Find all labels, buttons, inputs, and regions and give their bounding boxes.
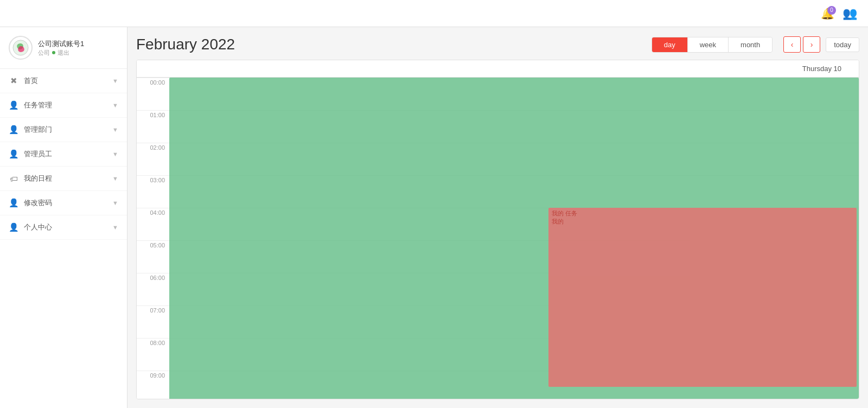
sidebar: 公司测试账号1 公司 退出 ✖ 首页 ▼ 👤 任务管理 ▼ 👤 管	[0, 27, 127, 408]
time-slot-9: 09:00	[137, 371, 169, 399]
task-icon: 👤	[9, 100, 18, 110]
menu-label-profile: 个人中心	[24, 222, 107, 232]
view-day-button[interactable]: day	[652, 37, 688, 52]
home-icon: ✖	[9, 76, 18, 86]
company-name[interactable]: 公司测试账号1	[38, 39, 84, 49]
time-slot-5: 05:00	[137, 240, 169, 273]
events-column: 我的 任务 我的 qingruanit.net 0532-85025005	[169, 78, 859, 399]
time-slot-6: 06:00	[137, 273, 169, 305]
time-slot-2: 02:00	[137, 143, 169, 175]
view-month-button[interactable]: month	[729, 37, 772, 52]
chevron-icon: ▼	[112, 78, 118, 84]
view-toggle-group: day week month	[652, 37, 773, 53]
calendar-header: February 2022 day week month ‹ › today	[136, 36, 859, 53]
red-event-label: 我的 任务	[552, 209, 853, 218]
notification-bell[interactable]: 🔔 0	[821, 7, 834, 20]
sidebar-item-staff[interactable]: 👤 管理员工 ▼	[0, 142, 127, 167]
sidebar-item-profile[interactable]: 👤 个人中心 ▼	[0, 215, 127, 240]
chevron-icon: ▼	[112, 200, 118, 206]
password-icon: 👤	[9, 198, 18, 208]
topbar: 🔔 0 👥	[0, 0, 868, 27]
sidebar-item-password[interactable]: 👤 修改密码 ▼	[0, 191, 127, 215]
chevron-icon: ▼	[112, 224, 118, 231]
logo-circle	[9, 36, 33, 60]
next-button[interactable]: ›	[803, 36, 820, 53]
content-area: February 2022 day week month ‹ › today T…	[127, 27, 868, 408]
notification-badge: 0	[827, 6, 836, 15]
menu-label-task: 任务管理	[24, 100, 107, 110]
menu-label-password: 修改密码	[24, 198, 107, 208]
today-button[interactable]: today	[826, 37, 859, 52]
chevron-icon: ▼	[112, 126, 118, 133]
topbar-icons: 🔔 0 👥	[821, 7, 857, 21]
time-slot-3: 03:00	[137, 175, 169, 208]
time-slot-7: 07:00	[137, 305, 169, 338]
calendar-grid: 00:0001:0002:0003:0004:0005:0006:0007:00…	[137, 78, 859, 399]
calendar-title: February 2022	[136, 36, 652, 53]
time-slot-8: 08:00	[137, 338, 169, 371]
sidebar-item-dept[interactable]: 👤 管理部门 ▼	[0, 118, 127, 142]
scrollbar-spacer	[850, 65, 859, 73]
time-column: 00:0001:0002:0003:0004:0005:0006:0007:00…	[137, 78, 169, 399]
status-dot	[52, 51, 55, 54]
logo-info: 公司测试账号1 公司 退出	[38, 39, 84, 57]
staff-icon: 👤	[9, 149, 18, 159]
view-week-button[interactable]: week	[688, 37, 729, 52]
main-layout: 公司测试账号1 公司 退出 ✖ 首页 ▼ 👤 任务管理 ▼ 👤 管	[0, 27, 868, 408]
logo-swirl-icon	[12, 39, 29, 56]
sidebar-item-task[interactable]: 👤 任务管理 ▼	[0, 93, 127, 118]
sidebar-item-schedule[interactable]: 🏷 我的日程 ▼	[0, 167, 127, 191]
profile-icon: 👤	[9, 222, 18, 232]
sidebar-logo: 公司测试账号1 公司 退出	[0, 27, 127, 69]
company-sub: 公司 退出	[38, 49, 84, 57]
time-gutter-spacer	[137, 65, 169, 73]
time-slot-0: 00:00	[137, 78, 169, 110]
menu-label-staff: 管理员工	[24, 149, 107, 159]
prev-button[interactable]: ‹	[783, 36, 801, 53]
sidebar-menu: ✖ 首页 ▼ 👤 任务管理 ▼ 👤 管理部门 ▼ 👤 管理员工 ▼ 🏷	[0, 69, 127, 408]
calendar-scroll[interactable]: 00:0001:0002:0003:0004:0005:0006:0007:00…	[137, 78, 859, 399]
sidebar-item-home[interactable]: ✖ 首页 ▼	[0, 69, 127, 93]
user-avatar-icon[interactable]: 👥	[843, 7, 857, 21]
red-event-block[interactable]: 我的 任务 我的	[548, 208, 857, 387]
menu-label-home: 首页	[24, 76, 107, 86]
chevron-icon: ▼	[112, 151, 118, 157]
menu-label-schedule: 我的日程	[24, 174, 107, 183]
red-event-sublabel: 我的	[552, 218, 853, 226]
calendar-day-header: Thursday 10	[137, 60, 859, 78]
calendar-nav-buttons: ‹ ›	[783, 36, 820, 53]
time-slot-1: 01:00	[137, 110, 169, 143]
day-label: Thursday 10	[169, 65, 850, 73]
time-slot-4: 04:00	[137, 208, 169, 240]
chevron-icon: ▼	[112, 102, 118, 109]
menu-label-dept: 管理部门	[24, 125, 107, 135]
calendar-body: Thursday 10 00:0001:0002:0003:0004:0005:…	[136, 60, 859, 399]
chevron-icon: ▼	[112, 175, 118, 182]
schedule-icon: 🏷	[9, 174, 18, 183]
dept-icon: 👤	[9, 125, 18, 135]
